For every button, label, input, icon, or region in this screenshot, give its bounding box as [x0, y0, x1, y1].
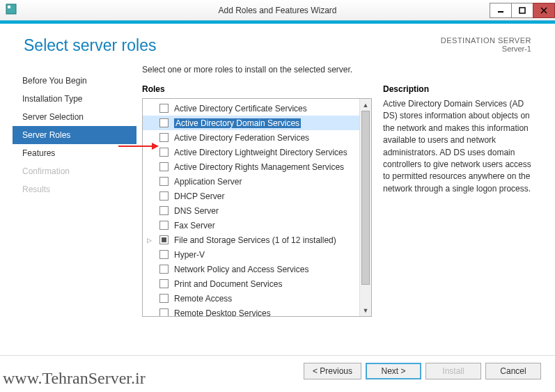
role-checkbox[interactable]	[159, 265, 169, 274]
window-title: Add Roles and Features Wizard	[0, 6, 555, 15]
instruction-text: Select one or more roles to install on t…	[142, 65, 537, 75]
scroll-up-icon[interactable]: ▲	[360, 99, 371, 111]
role-label: Remote Desktop Services	[174, 308, 271, 317]
role-row[interactable]: Active Directory Domain Services	[143, 116, 359, 130]
button-bar: < Previous Next > Install Cancel	[0, 355, 555, 386]
next-button[interactable]: Next >	[366, 363, 421, 379]
scroll-down-icon[interactable]: ▼	[360, 304, 371, 316]
role-row[interactable]: Print and Document Services	[143, 276, 359, 291]
scroll-track[interactable]	[360, 111, 371, 304]
role-row[interactable]: Remote Access	[143, 291, 359, 306]
role-checkbox[interactable]	[159, 104, 169, 113]
role-checkbox[interactable]	[159, 177, 169, 186]
role-checkbox[interactable]	[159, 221, 169, 230]
nav-item-installation-type[interactable]: Installation Type	[13, 90, 136, 108]
destination-label: DESTINATION SERVER	[441, 36, 531, 45]
description-text: Active Directory Domain Services (AD DS)…	[383, 98, 537, 195]
role-label: Network Policy and Access Services	[174, 265, 308, 274]
role-row[interactable]: DNS Server	[143, 203, 359, 218]
role-checkbox[interactable]	[159, 279, 169, 288]
nav-item-features[interactable]: Features	[13, 144, 136, 162]
nav-item-server-roles[interactable]: Server Roles	[13, 126, 136, 144]
role-checkbox[interactable]	[159, 162, 169, 171]
role-row[interactable]: Active Directory Lightweight Directory S…	[143, 145, 359, 159]
page-title: Select server roles	[24, 36, 156, 55]
role-row[interactable]: ▷File and Storage Services (1 of 12 inst…	[143, 233, 359, 247]
wizard-nav: Before You BeginInstallation TypeServer …	[13, 65, 136, 317]
nav-item-before-you-begin[interactable]: Before You Begin	[13, 72, 136, 90]
role-label: Active Directory Domain Services	[174, 118, 301, 128]
nav-item-results: Results	[13, 180, 136, 198]
roles-listbox: Active Directory Certificate ServicesAct…	[142, 98, 372, 317]
role-row[interactable]: Hyper-V	[143, 247, 359, 262]
role-checkbox[interactable]	[159, 191, 169, 201]
role-label: DHCP Server	[174, 191, 224, 201]
role-label: Application Server	[174, 177, 242, 187]
previous-button[interactable]: < Previous	[304, 363, 361, 379]
role-row[interactable]: Application Server	[143, 174, 359, 189]
role-label: DNS Server	[174, 206, 219, 216]
role-row[interactable]: Active Directory Rights Management Servi…	[143, 159, 359, 174]
role-row[interactable]: Active Directory Certificate Services	[143, 101, 359, 116]
description-label: Description	[383, 84, 537, 94]
role-label: Fax Server	[174, 221, 215, 230]
nav-item-server-selection[interactable]: Server Selection	[13, 108, 136, 126]
role-checkbox[interactable]	[159, 206, 169, 215]
install-button: Install	[425, 363, 481, 379]
scrollbar[interactable]: ▲ ▼	[359, 99, 371, 316]
role-checkbox[interactable]	[159, 235, 169, 244]
role-row[interactable]: Active Directory Federation Services	[143, 130, 359, 145]
role-row[interactable]: Network Policy and Access Services	[143, 262, 359, 276]
role-row[interactable]: DHCP Server	[143, 189, 359, 203]
role-checkbox[interactable]	[159, 308, 169, 316]
role-label: Remote Access	[174, 294, 232, 304]
expand-icon[interactable]: ▷	[147, 237, 152, 244]
destination-info: DESTINATION SERVER Server-1	[441, 36, 531, 53]
role-label: Print and Document Services	[174, 279, 282, 289]
role-checkbox[interactable]	[159, 118, 169, 127]
role-label: Active Directory Certificate Services	[174, 104, 307, 113]
role-checkbox[interactable]	[159, 133, 169, 142]
roles-label: Roles	[142, 84, 372, 94]
role-label: Active Directory Rights Management Servi…	[174, 162, 344, 172]
role-label: Hyper-V	[174, 250, 205, 260]
role-checkbox[interactable]	[159, 294, 169, 303]
titlebar: Add Roles and Features Wizard	[0, 0, 555, 21]
role-label: Active Directory Lightweight Directory S…	[174, 148, 347, 157]
role-label: File and Storage Services (1 of 12 insta…	[174, 235, 336, 245]
role-row[interactable]: Fax Server	[143, 218, 359, 233]
cancel-button[interactable]: Cancel	[485, 363, 541, 379]
role-checkbox[interactable]	[159, 250, 169, 259]
role-checkbox[interactable]	[159, 148, 169, 157]
scroll-thumb[interactable]	[361, 111, 370, 285]
role-label: Active Directory Federation Services	[174, 133, 309, 143]
role-row[interactable]: Remote Desktop Services	[143, 306, 359, 316]
destination-server: Server-1	[441, 45, 531, 53]
nav-item-confirmation: Confirmation	[13, 162, 136, 180]
